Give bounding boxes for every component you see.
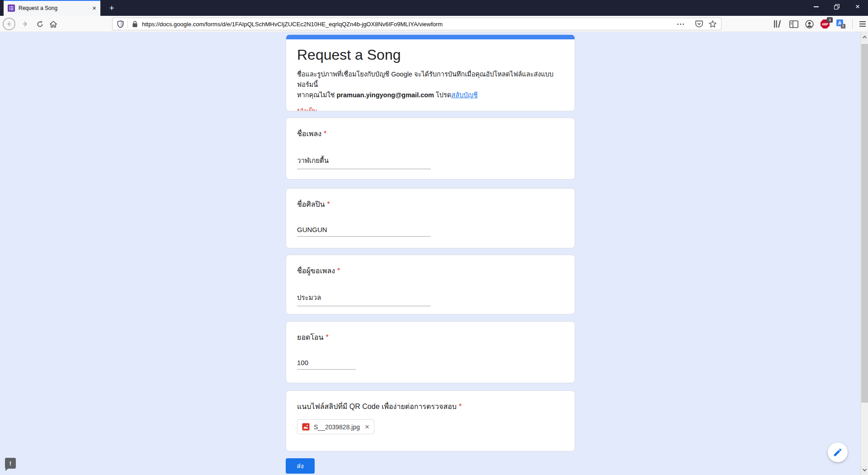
library-icon[interactable] [774, 20, 783, 28]
submit-button[interactable]: ส่ง [286, 458, 315, 474]
reload-icon [37, 21, 43, 28]
scroll-up-button[interactable] [861, 33, 868, 41]
uploaded-file-chip[interactable]: S__2039828.jpg × [297, 419, 374, 434]
question-label: แนบไฟล์สลิปที่มี QR Code เพื่อง่ายต่อการ… [297, 402, 564, 412]
toolbar-separator [852, 19, 853, 29]
navigation-toolbar: https://docs.google.com/forms/d/e/1FAIpQ… [0, 16, 868, 32]
lock-icon[interactable] [132, 20, 138, 28]
question-label: ชื่อศิลปิน* [297, 200, 564, 209]
form-theme-bar [286, 35, 575, 39]
question-card-slip-upload: แนบไฟล์สลิปที่มี QR Code เพื่อง่ายต่อการ… [286, 390, 575, 451]
bookmark-star-icon[interactable] [709, 20, 717, 28]
forward-button[interactable] [19, 18, 32, 30]
form-description: ชื่อและรูปภาพที่เชื่อมโยงกับบัญชี Google… [297, 69, 564, 100]
remove-file-icon[interactable]: × [365, 423, 369, 431]
question-card-artist-name: ชื่อศิลปิน* GUNGUN [286, 188, 575, 248]
question-card-transfer-amount: ยอดโอน* 100 [286, 321, 575, 383]
form-header-card: Request a Song ชื่อและรูปภาพที่เชื่อมโยง… [286, 34, 575, 111]
report-abuse-icon[interactable]: ! [5, 458, 16, 469]
text-answer-input[interactable]: วาฬเกยตื้น [297, 155, 431, 169]
form-title: Request a Song [297, 47, 564, 63]
required-asterisk: * [327, 200, 330, 208]
adblock-badge: 4 [827, 17, 833, 23]
tab-bar: Request a Song × + × [0, 0, 868, 16]
question-label: ยอดโอน* [297, 332, 564, 342]
tab-request-a-song[interactable]: Request a Song × [4, 0, 100, 16]
question-label: ชื่อเพลง* [297, 129, 564, 139]
required-asterisk: * [326, 333, 329, 341]
text-answer-input[interactable]: 100 [297, 359, 356, 370]
edit-form-fab[interactable] [828, 442, 848, 462]
pencil-icon [833, 447, 843, 457]
forward-arrow-icon [22, 21, 28, 27]
home-icon [50, 21, 57, 28]
adblock-plus-icon[interactable]: ABP 4 [821, 19, 830, 28]
page-actions-icon[interactable] [677, 24, 684, 25]
minimize-icon [814, 6, 819, 7]
back-button[interactable] [3, 18, 15, 30]
form-page: Request a Song ชื่อและรูปภาพที่เชื่อมโยง… [0, 32, 868, 475]
toolbar-right-icons: ABP 4 A 文 [774, 18, 866, 30]
switch-account-link[interactable]: สลับบัญชี [451, 91, 477, 99]
translate-extension-icon[interactable]: A 文 [836, 19, 845, 28]
window-controls: × [806, 0, 868, 14]
required-note: *จำเป็น [297, 106, 564, 111]
pocket-icon[interactable] [695, 20, 703, 28]
chevron-down-icon [863, 469, 867, 471]
browser-window: Request a Song × + × https:/ [0, 0, 868, 475]
tracking-protection-shield-icon[interactable] [117, 20, 124, 28]
tab-close-icon[interactable]: × [92, 5, 96, 11]
page-scrollbar[interactable] [860, 32, 868, 475]
account-icon[interactable] [805, 20, 814, 28]
text-answer-input[interactable]: GUNGUN [297, 226, 431, 237]
scrollbar-thumb[interactable] [861, 44, 868, 403]
text-answer-input[interactable]: ประมวล [297, 292, 431, 306]
menu-icon[interactable] [859, 21, 866, 27]
google-forms-favicon-icon [8, 5, 15, 12]
back-arrow-icon [6, 21, 12, 27]
chevron-up-icon [863, 36, 867, 38]
restore-icon [834, 4, 840, 10]
close-button[interactable]: × [847, 0, 868, 14]
uploaded-file-name: S__2039828.jpg [314, 423, 360, 431]
url-text[interactable]: https://docs.google.com/forms/d/e/1FAIpQ… [142, 21, 672, 28]
sidebar-toggle-icon[interactable] [789, 20, 798, 28]
required-asterisk: * [459, 403, 462, 410]
reload-button[interactable] [33, 18, 46, 30]
new-tab-button[interactable]: + [105, 2, 118, 14]
required-asterisk: * [324, 130, 326, 138]
scroll-down-button[interactable] [861, 466, 868, 474]
image-file-icon [302, 423, 310, 431]
account-email: pramuan.yingyong@gmail.com [336, 91, 434, 99]
urlbar-separator [127, 20, 128, 28]
minimize-button[interactable] [806, 0, 826, 14]
question-label: ชื่อผู้ขอเพลง* [297, 266, 564, 276]
url-bar[interactable]: https://docs.google.com/forms/d/e/1FAIpQ… [112, 18, 722, 30]
active-tab-accent [4, 0, 100, 1]
question-card-song-name: ชื่อเพลง* วาฬเกยตื้น [286, 118, 575, 180]
tab-title: Request a Song [19, 5, 90, 11]
restore-button[interactable] [826, 0, 847, 14]
question-card-requester-name: ชื่อผู้ขอเพลง* ประมวล [286, 255, 575, 314]
urlbar-actions [672, 20, 717, 28]
required-asterisk: * [337, 267, 340, 275]
home-button[interactable] [47, 18, 60, 30]
